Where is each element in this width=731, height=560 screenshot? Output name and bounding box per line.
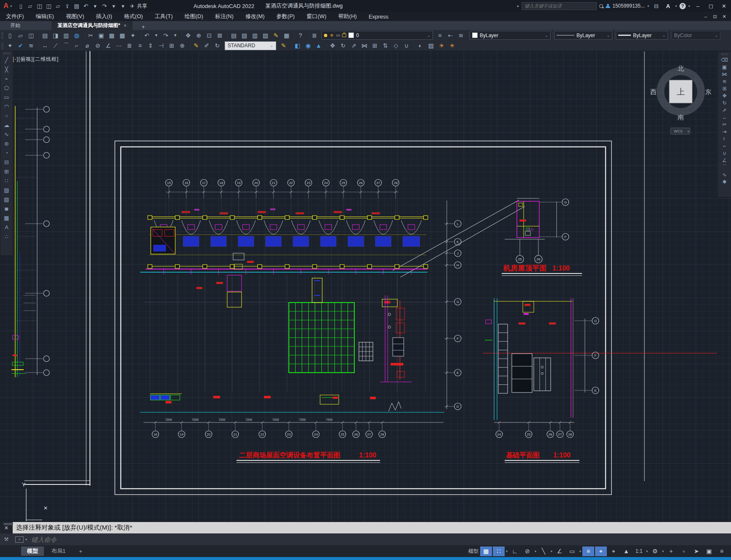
status-polar-tracking[interactable]: ⊘ (522, 546, 533, 556)
autodesk-app-icon[interactable]: A (663, 1, 673, 11)
status-workspace-switching-caret-icon[interactable]: ▾ (662, 549, 664, 553)
layer-states-icon[interactable]: ≋ (456, 31, 466, 40)
linetype-combo[interactable]: ByLayer ⌄ (554, 31, 612, 40)
draw-ellipse-icon[interactable]: ⊜ (2, 139, 12, 148)
layout-tab-add[interactable]: + (73, 546, 88, 556)
modify-scale-icon[interactable]: ⇗ (720, 106, 730, 114)
dimension-style-icon[interactable]: ✎ (278, 41, 289, 50)
new-file-icon[interactable]: ▯ (5, 31, 15, 40)
redo-dropdown-icon[interactable]: ▾ (109, 1, 118, 11)
solid-cylinder-icon[interactable]: ◉ (303, 41, 313, 50)
status-units[interactable]: ▫ (678, 546, 690, 556)
ordinate-dimension-icon[interactable]: ⌐ (71, 41, 82, 50)
modify-fillet-icon[interactable]: ⌒ (720, 164, 730, 171)
modify-offset-icon[interactable]: ≋ (720, 78, 730, 85)
new-tab-button[interactable]: + (139, 24, 148, 30)
save-as-icon[interactable]: ◫ (44, 1, 53, 11)
design-center-icon[interactable]: ▧ (239, 31, 250, 40)
modify-explode-icon[interactable]: ✱ (720, 178, 730, 185)
search-input[interactable] (524, 3, 595, 9)
status-snap-mode-caret-icon[interactable]: ▾ (506, 549, 508, 553)
minimize-button[interactable]: – (693, 1, 703, 11)
layer-unlock-icon[interactable] (342, 34, 346, 37)
sun-status-icon[interactable]: ☀ (447, 41, 457, 50)
status-annotation-scale-caret-icon[interactable]: ▾ (646, 549, 648, 553)
search-icon[interactable] (599, 4, 603, 8)
angular-dimension-icon[interactable]: ∠ (103, 41, 114, 50)
menu-w[interactable]: 窗口(W) (301, 12, 332, 21)
maximize-button[interactable]: ◻ (706, 1, 716, 11)
logo-dropdown-icon[interactable]: ▾ (10, 4, 12, 8)
draw-create-block-icon[interactable]: ⊞ (2, 167, 12, 176)
dimension-break-icon[interactable]: ⊣ (156, 41, 166, 50)
status-ortho-mode[interactable]: ∟ (509, 546, 521, 556)
paste-icon[interactable]: ▦ (106, 31, 117, 40)
viewcube-top-label[interactable]: 上 (677, 87, 685, 96)
layer-viewport-icon[interactable]: ▭ (336, 33, 340, 38)
close-button[interactable]: ✕ (719, 1, 729, 11)
layout-tab-layout1[interactable]: 布局1 (46, 546, 71, 556)
command-close-icon[interactable]: ✕ (4, 525, 8, 531)
copy-icon[interactable]: ▣ (96, 31, 106, 40)
status-workspace-switching[interactable]: ⚙ (649, 546, 661, 556)
modify-trim-icon[interactable]: ✂ (720, 121, 730, 128)
layer-combo[interactable]: ☀ ▭ 0 ⌄ (321, 31, 433, 40)
search-collapse-icon[interactable]: ▸ (517, 4, 519, 8)
share-label[interactable]: 共享 (137, 3, 147, 10)
modify-blend-curves-icon[interactable]: ∿ (720, 171, 730, 178)
match-properties-icon[interactable]: ✦ (128, 31, 138, 40)
solid-cone-icon[interactable]: ▲ (313, 41, 324, 50)
status-3d-object-snap[interactable]: ⌖ (608, 546, 620, 556)
radius-dimension-icon[interactable]: ⌀ (82, 41, 92, 50)
markup-import-icon[interactable]: ✎ (271, 31, 281, 40)
3d-rotate-icon[interactable]: ↻ (338, 41, 348, 50)
layer-combo-caret-icon[interactable]: ⌄ (427, 33, 430, 38)
menu-d[interactable]: 绘图(D) (179, 12, 209, 21)
redo-icon[interactable]: ↷ (100, 1, 109, 11)
wcs-caret-icon[interactable]: ▾ (688, 130, 689, 133)
draw-table-icon[interactable]: ▦ (2, 213, 12, 222)
recent-commands-icon[interactable]: » (15, 536, 24, 543)
draw-region-icon[interactable]: ◙ (2, 204, 12, 213)
cut-icon[interactable]: ✂ (85, 31, 96, 40)
draw-gradient-icon[interactable]: ▧ (2, 195, 12, 204)
cad-canvas[interactable]: 1516171819202122232425262728161920212223… (0, 51, 731, 522)
draw-ellipse-arc-icon[interactable]: ◔ (2, 148, 12, 157)
status-isometric-drafting-caret-icon[interactable]: ▾ (551, 549, 552, 553)
tolerance-icon[interactable]: ⊞ (166, 41, 177, 50)
status-model-space[interactable]: 模型 (467, 546, 479, 556)
tab-start[interactable]: 开始 (4, 21, 26, 30)
draw-polyline-icon[interactable]: ⌁ (2, 74, 12, 83)
draw-insert-block-icon[interactable]: ⊟ (2, 157, 12, 167)
status-graphics-performance[interactable]: ➤ (690, 546, 702, 556)
recent-commands-caret-icon[interactable]: ▾ (25, 538, 27, 541)
wcs-label[interactable]: WCS (674, 129, 683, 133)
draw-spline-icon[interactable]: ∿ (2, 130, 12, 139)
extract-edges-icon[interactable]: ◇ (391, 41, 401, 50)
help-icon[interactable]: ? (679, 3, 686, 9)
status-annotation-visibility[interactable]: ▲ (620, 546, 632, 556)
quick-dimension-icon[interactable]: ⋯ (114, 41, 124, 50)
aligned-dimension-icon[interactable]: ⟋ (50, 41, 61, 50)
viewport-controls[interactable]: [-][俯视][二维线框] (13, 56, 59, 63)
viewcube-west[interactable]: 西 (650, 88, 657, 95)
draw-rectangle-icon[interactable]: ▭ (2, 92, 12, 102)
sheet-set-manager-icon[interactable]: ▨ (260, 31, 271, 40)
zoom-previous-icon[interactable]: ⊠ (215, 31, 225, 40)
doc-close-button[interactable]: ✕ (720, 13, 728, 20)
doc-minimize-button[interactable]: – (701, 13, 710, 20)
plot-icon[interactable]: ▤ (40, 31, 50, 40)
undo-dropdown-icon[interactable]: ▾ (90, 1, 100, 11)
caret-icon[interactable]: ▾ (171, 31, 179, 40)
layer-translate-icon[interactable]: ≋ (26, 41, 36, 50)
status-isometric-drafting[interactable]: ╲ (538, 546, 549, 556)
account-dropdown-icon[interactable]: ▾ (647, 4, 649, 8)
menu-t[interactable]: 工具(T) (149, 12, 179, 21)
layer-freeze-icon[interactable]: ☀ (329, 32, 334, 38)
menu-p[interactable]: 参数(P) (271, 12, 301, 21)
save-icon[interactable]: ◫ (26, 31, 36, 40)
palette-grip[interactable] (3, 52, 10, 54)
arc-length-dimension-icon[interactable]: ⌒ (61, 41, 71, 50)
layer-on-icon[interactable] (324, 34, 327, 37)
plot-preview-icon[interactable]: ◨ (50, 31, 61, 40)
